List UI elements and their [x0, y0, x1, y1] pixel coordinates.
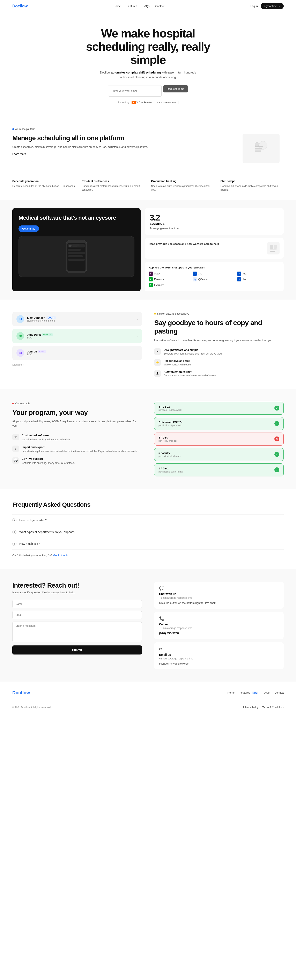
stat-label: Average generation time — [150, 227, 279, 230]
email-input[interactable] — [108, 85, 161, 97]
check-icon-1: ✓ — [274, 421, 279, 426]
faq-question-2: How much is it? — [19, 542, 40, 546]
feature-graduation-tracking: Graduation tracking Need to make sure re… — [151, 180, 214, 192]
chat-sub-john: DOC — [27, 353, 134, 356]
email-response-time: ~2 hour average response time — [159, 657, 279, 660]
avatar-john: JX — [16, 349, 24, 357]
stat-card: 3.2 seconds Average generation time — [145, 208, 284, 235]
svg-rect-10 — [68, 255, 82, 257]
svg-rect-17 — [270, 250, 277, 250]
showcase-left-card: Medical software that's not an eyesore G… — [12, 208, 141, 291]
svg-rect-11 — [68, 259, 85, 261]
all-in-one-content: Manage scheduling all in one platform Cr… — [12, 134, 284, 163]
contact-headline: Interested? Reach out! — [12, 582, 142, 589]
your-program-tag-label: Customizable — [15, 402, 30, 405]
feature-title-0: Schedule generation — [12, 180, 76, 183]
program-title-0: Customized software — [22, 434, 71, 437]
program-title-2: 24/7 live support — [22, 457, 74, 460]
terms-conditions-link[interactable]: Terms & Conditions — [262, 706, 284, 709]
your-program-headline: Your program, your way — [12, 408, 142, 417]
schedule-item-info-3: 5 Faculty per shift at all all week — [158, 452, 181, 457]
nav-actions: Log in Try for free — [250, 3, 284, 9]
footer-link-contact[interactable]: Contact — [274, 691, 284, 694]
contact-section: Interested? Reach out! Have a specific q… — [0, 569, 296, 682]
get-started-button[interactable]: Get started — [19, 226, 39, 232]
feature-shift-swaps: Shift swaps Goodbye 30 phone calls, hell… — [220, 180, 284, 192]
app-jira-1: J Jira — [193, 272, 235, 276]
goodbye-tag-label: Simple, easy, and responsive — [157, 312, 189, 315]
footer-link-faqs[interactable]: FAQs — [263, 691, 270, 694]
phone-mockup — [19, 236, 135, 277]
nav-contact[interactable]: Contact — [155, 5, 165, 8]
footer: Docflow Home Features New FAQs Contact ©… — [0, 682, 296, 713]
goodbye-tag-dot — [154, 313, 156, 315]
faq-title: Frequently Asked Questions — [12, 501, 284, 508]
login-button[interactable]: Log in — [250, 5, 258, 8]
chat-arrow-john: › — [137, 351, 138, 355]
nav-home[interactable]: Home — [114, 5, 121, 8]
call-response-time: ~1 min average response time — [159, 627, 279, 630]
email-field[interactable] — [12, 611, 142, 619]
learn-more-link[interactable]: Learn more › — [12, 152, 226, 156]
hero-description: Docflow automates complex shift scheduli… — [99, 70, 197, 80]
feature-desc-0: Generate schedules at the click of a but… — [12, 184, 76, 188]
copyright-text: © 2024 Docflow. All rights reserved. — [12, 706, 51, 709]
feature-title-2: Graduation tracking — [151, 180, 214, 183]
all-in-one-description: Create schedules, maintain coverage, and… — [12, 145, 226, 149]
chat-icon: 💬 — [159, 586, 279, 591]
section-tag-label: All-in-one platform — [15, 128, 35, 130]
benefit-desc-0: Software your parents could use (trust u… — [164, 352, 223, 355]
slack-icon: S — [149, 272, 153, 276]
submit-button[interactable]: Submit — [12, 646, 142, 654]
evernote-icon: E — [149, 277, 153, 282]
use-cases-illustration — [267, 242, 280, 255]
feature-title-3: Shift swaps — [220, 180, 284, 183]
chat-item-1: JD Jane Derst PROC ✓ DOC › — [12, 329, 142, 343]
chat-name-john: John Xi VIS ✓ — [27, 350, 134, 353]
schedule-item-4: 1 PGY-1 per hospital every Friday ✓ — [154, 463, 284, 476]
svg-rect-15 — [270, 245, 273, 249]
chat-item-2: JX John Xi VIS ✓ DOC › — [12, 346, 142, 360]
evernote-icon-2: E — [149, 283, 153, 287]
schedule-visual: 3 PGY-1s per team, 2000 a week ✓ 2 Licen… — [154, 402, 284, 476]
rice-badge: RICE UNIVERSITY — [155, 101, 178, 104]
cant-find-text: Can't find what you're looking for? Get … — [12, 554, 284, 557]
request-demo-button[interactable]: Request demo — [163, 85, 188, 92]
schedule-label-1: 2 Licensed PGY-2s — [158, 421, 182, 424]
contact-form-area: Interested? Reach out! Have a specific q… — [12, 582, 142, 669]
your-program-tag: Customizable — [12, 402, 30, 405]
message-field[interactable] — [12, 622, 142, 642]
goodbye-description: Innovative software to make hard tasks, … — [154, 338, 284, 343]
svg-rect-1 — [255, 146, 263, 147]
footer-link-features[interactable]: Features New — [239, 691, 258, 694]
try-free-button[interactable]: Try for free — [261, 3, 284, 9]
faq-item-2[interactable]: + How much is it? — [12, 538, 284, 550]
get-in-touch-link[interactable]: Get in touch... — [53, 554, 70, 557]
use-cases-label: Read previous use cases and how we were … — [149, 242, 264, 246]
avatar-jane: JD — [16, 332, 24, 340]
program-desc-2: Get help with anything, at any time. Gua… — [22, 461, 74, 465]
features-grid: Schedule generation Generate schedules a… — [0, 171, 296, 200]
svg-rect-16 — [274, 245, 277, 249]
faq-item-1[interactable]: + What types of departments do you suppo… — [12, 526, 284, 538]
svg-rect-14 — [73, 246, 77, 247]
faq-item-0[interactable]: + How do I get started? — [12, 514, 284, 526]
showcase-section: Medical software that's not an eyesore G… — [0, 200, 296, 299]
benefit-desc-1: Make changes with ease. — [164, 363, 192, 366]
call-title: Call us — [159, 623, 279, 626]
all-in-one-text: Manage scheduling all in one platform Cr… — [12, 134, 226, 156]
benefit-text-2: Automation done right Get your work done… — [164, 370, 217, 377]
program-text-1: Import and export Import existing docume… — [22, 445, 140, 453]
showcase-headline: Medical software that's not an eyesore — [19, 214, 135, 221]
program-desc-1: Import existing documents and schedules … — [22, 449, 140, 453]
privacy-policy-link[interactable]: Privacy Policy — [243, 706, 258, 709]
name-input[interactable] — [12, 600, 142, 608]
apps-grid: S Slack J Jira J Jira E Evernote Q QGe — [149, 272, 280, 287]
schedule-item-3: 5 Faculty per shift at all all week ✓ — [154, 448, 284, 461]
nav-faqs[interactable]: FAQs — [143, 5, 150, 8]
import-icon: ↕ — [12, 445, 19, 452]
schedule-item-0: 3 PGY-1s per team, 2000 a week ✓ — [154, 402, 284, 415]
nav-features[interactable]: Features — [127, 5, 137, 8]
svg-rect-9 — [68, 252, 85, 254]
footer-link-home[interactable]: Home — [227, 691, 234, 694]
